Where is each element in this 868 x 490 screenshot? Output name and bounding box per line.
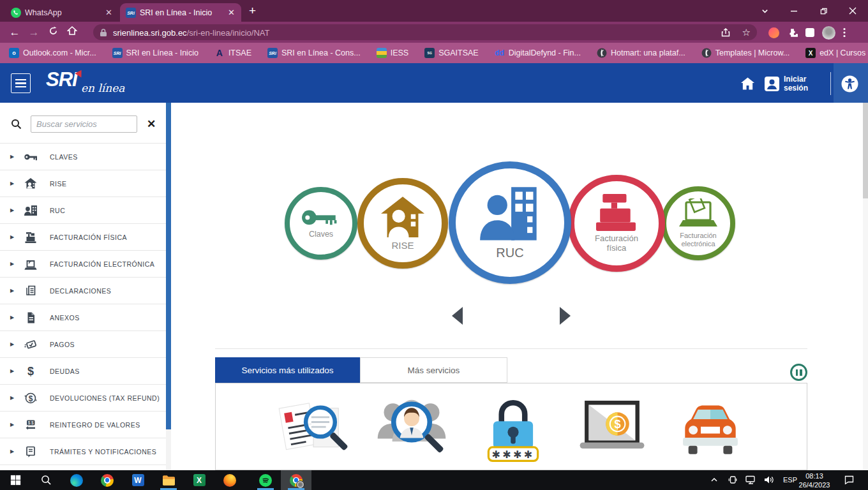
login-label[interactable]: Iniciar sesión	[784, 75, 808, 93]
bookmark-item[interactable]: SRi SRI en Línea - Inicio	[112, 48, 198, 58]
profile-avatar[interactable]	[822, 26, 835, 40]
person-building-icon	[478, 186, 542, 244]
sidebar-item-facturacion-electronica[interactable]: ▶ FACTURACIÓN ELECTRÓNICA	[0, 251, 166, 278]
sri-header	[0, 63, 868, 103]
bookmark-item[interactable]: A ITSAE	[214, 48, 251, 58]
accessibility-icon[interactable]	[841, 75, 858, 95]
search-icon	[11, 119, 22, 132]
sidepanel-icon[interactable]	[805, 28, 814, 37]
carousel-item-rise[interactable]: RISE	[357, 178, 448, 269]
bookmark-item[interactable]: Templates | Microw...	[701, 48, 789, 58]
tab-servicios-mas-utilizados[interactable]: Servicios más utilizados	[215, 357, 360, 383]
sidebar-item-claves[interactable]: ▶ CLAVES	[0, 143, 166, 170]
home-icon[interactable]	[740, 77, 755, 93]
bookmark-star-icon[interactable]: ☆	[742, 27, 751, 38]
tray-chevron-up-icon[interactable]	[710, 475, 719, 487]
action-center-icon[interactable]	[844, 475, 855, 487]
bookmark-item[interactable]: dd DigitalDefynd - Fin...	[495, 48, 581, 58]
restore-button[interactable]	[809, 0, 837, 22]
taskbar-word-icon[interactable]: W	[123, 470, 153, 490]
taskbar-excel-icon[interactable]: X	[184, 470, 214, 490]
svg-text:$: $	[615, 417, 621, 431]
laptop-invoice-icon	[677, 198, 719, 230]
bookmark-item[interactable]: X edX | Cursos en líne...	[805, 48, 868, 58]
carousel-item-facturacion-fisica[interactable]: Facturación física	[568, 175, 665, 272]
taskbar-chrome-icon[interactable]	[92, 470, 123, 490]
sidebar-item-pagos[interactable]: ▶ PAGOS	[0, 331, 166, 358]
vehicle-icon[interactable]	[673, 397, 748, 463]
carousel-next-button[interactable]	[560, 307, 571, 325]
share-icon[interactable]	[721, 27, 731, 38]
carousel-item-facturacion-electronica[interactable]: Facturación electrónica	[661, 186, 735, 260]
sidebar-item-tramites[interactable]: ▶ TRÁMITES Y NOTIFICACIONES	[0, 438, 166, 465]
pause-carousel-button[interactable]	[790, 364, 807, 381]
password-lock-icon[interactable]: ✱✱✱✱	[475, 392, 551, 468]
search-input[interactable]	[31, 115, 137, 133]
carousel-item-ruc[interactable]: RUC	[449, 161, 571, 284]
login-user-icon[interactable]	[764, 76, 780, 94]
taskbar-search-icon[interactable]	[31, 470, 61, 490]
extensions-puzzle-icon[interactable]	[787, 27, 798, 38]
carousel-prev-button[interactable]	[452, 307, 463, 325]
tray-clock[interactable]: 08:13 26/4/2023	[794, 471, 835, 490]
tray-volume-icon[interactable]	[763, 475, 774, 487]
sidebar-item-devoluciones[interactable]: ▶ $ DEVOLUCIONES (TAX REFUND)	[0, 385, 166, 412]
sidebar-item-facturacion-fisica[interactable]: ▶ FACTURACIÓN FÍSICA	[0, 224, 166, 251]
bookmark-item[interactable]: Hotmart: una plataf...	[597, 48, 685, 58]
sidebar-item-reintegro[interactable]: ▶ $ $ REINTEGRO DE VALORES	[0, 412, 166, 438]
carousel-item-claves[interactable]: Claves	[285, 187, 357, 260]
taskbar-edge-icon[interactable]	[61, 470, 92, 490]
taskbar-spotify-icon[interactable]	[250, 470, 281, 490]
bookmark-item[interactable]: SRi SRI en Línea - Cons...	[267, 48, 361, 58]
chevron-right-icon: ▶	[10, 422, 14, 427]
house-person-icon	[378, 195, 427, 239]
url-host: srienlinea.sri.gob.ec	[113, 28, 187, 38]
sidebar-item-rise[interactable]: ▶ RISE	[0, 170, 166, 197]
bookmark-item[interactable]: o Outlook.com - Micr...	[9, 48, 96, 58]
bookmark-item[interactable]: SG SGAITSAE	[424, 48, 479, 58]
address-bar[interactable]: srienlinea.sri.gob.ec/sri-en-linea/inici…	[93, 24, 757, 40]
whatsapp-icon	[10, 7, 21, 18]
tray-cast-icon[interactable]	[728, 475, 738, 487]
sidebar-item-anexos[interactable]: ▶ ANEXOS	[0, 304, 166, 331]
home-button[interactable]	[63, 26, 82, 39]
browser-tab-whatsapp[interactable]: WhatsApp ✕	[5, 3, 119, 22]
laptop-payment-icon[interactable]: $	[574, 397, 650, 463]
close-tab-icon[interactable]: ✕	[104, 8, 114, 17]
tab-search-chevron-icon[interactable]	[751, 0, 779, 22]
sidebar-item-deudas[interactable]: ▶ $ DEUDAS	[0, 358, 166, 385]
chevron-right-icon: ▶	[10, 395, 14, 401]
reload-button[interactable]	[43, 26, 63, 39]
sri-favicon: SRi	[125, 7, 136, 18]
extension-icon[interactable]	[768, 27, 779, 38]
taskbar-firefox-icon[interactable]	[214, 470, 245, 490]
taskbar-chrome-profile-icon[interactable]	[281, 470, 311, 490]
minimize-button[interactable]	[780, 0, 808, 22]
start-button[interactable]	[0, 470, 31, 490]
tab-mas-servicios[interactable]: Más servicios	[360, 357, 507, 383]
forward-button[interactable]: →	[24, 26, 43, 39]
sidebar-item-ruc[interactable]: ▶ RUC	[0, 197, 166, 224]
tray-date: 26/4/2023	[794, 480, 835, 489]
back-button[interactable]: ←	[5, 26, 24, 39]
sidebar-item-declaraciones[interactable]: ▶ DECLARACIONES	[0, 278, 166, 304]
close-tab-icon[interactable]: ✕	[227, 8, 236, 17]
taskbar-explorer-icon[interactable]	[153, 470, 184, 490]
browser-tab-sri[interactable]: SRi SRI en Línea - Inicio ✕	[120, 3, 241, 22]
bookmark-item[interactable]: IESS	[377, 48, 409, 58]
page-scrollbar-thumb[interactable]	[863, 103, 868, 198]
close-icon[interactable]: ✕	[147, 117, 156, 131]
dollar-icon: $	[23, 364, 38, 379]
close-window-button[interactable]	[839, 0, 867, 22]
browser-menu-icon[interactable]	[843, 27, 846, 38]
people-search-icon[interactable]	[373, 394, 450, 468]
chevron-right-icon: ▶	[10, 234, 14, 240]
document-search-icon[interactable]	[274, 394, 351, 468]
sri-logo-script: en línea	[81, 82, 124, 94]
tray-network-icon[interactable]	[745, 475, 756, 487]
menu-hamburger-button[interactable]	[11, 73, 31, 93]
dollar-circle-icon: $	[23, 390, 38, 406]
new-tab-button[interactable]: +	[249, 4, 256, 17]
sidebar-scrollbar-thumb[interactable]	[166, 103, 171, 429]
key-icon	[23, 149, 38, 165]
